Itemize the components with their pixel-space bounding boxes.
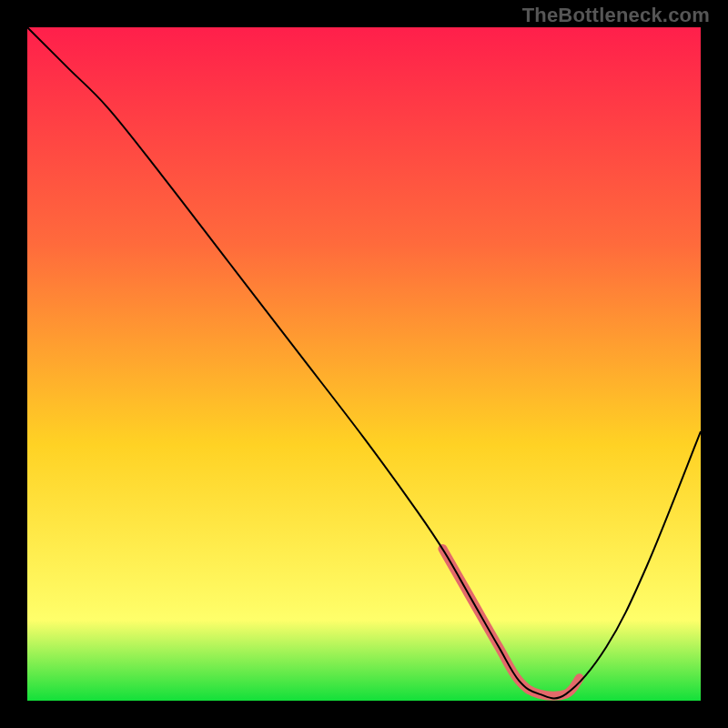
gradient-background (27, 27, 701, 701)
chart-svg (27, 27, 701, 701)
plot-area (27, 27, 701, 701)
watermark-text: TheBottleneck.com (522, 4, 710, 27)
chart-frame: TheBottleneck.com (0, 0, 728, 728)
